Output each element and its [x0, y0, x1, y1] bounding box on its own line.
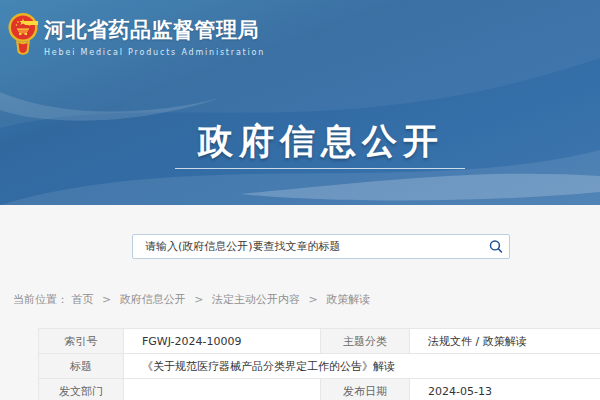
- issuing-department-label: 发文部门: [39, 379, 124, 400]
- document-meta-table: 索引号 FGWJ-2024-10009 主题分类 法规文件 / 政策解读 标题 …: [38, 328, 600, 400]
- search-button[interactable]: [483, 235, 509, 258]
- agency-name: 河北省药品监督管理局: [44, 16, 265, 44]
- table-row-title: 标题 《关于规范医疗器械产品分类界定工作的公告》解读: [39, 354, 600, 379]
- title-label: 标题: [39, 354, 124, 379]
- issuing-department-value: [124, 379, 321, 400]
- breadcrumb: 当前位置： 首页 > 政府信息公开 > 法定主动公开内容 > 政策解读: [13, 292, 370, 307]
- search-input[interactable]: [133, 235, 483, 258]
- table-row-index: 索引号 FGWJ-2024-10009 主题分类 法规文件 / 政策解读: [39, 329, 600, 354]
- index-number-value: FGWJ-2024-10009: [124, 329, 321, 354]
- banner-title: 政府信息公开: [21, 118, 600, 165]
- breadcrumb-item-policy-interpretation[interactable]: 政策解读: [326, 293, 370, 306]
- breadcrumb-item-home[interactable]: 首页: [72, 293, 94, 306]
- breadcrumb-item-statutory-disclosure[interactable]: 法定主动公开内容: [212, 293, 300, 306]
- publish-date-label: 发布日期: [321, 379, 410, 400]
- agency-branding: 河北省药品监督管理局 Hebei Medical Products Admini…: [44, 16, 265, 57]
- search-icon: [489, 238, 503, 255]
- breadcrumb-item-gov-info[interactable]: 政府信息公开: [120, 293, 186, 306]
- site-header: 河北省药品监督管理局 Hebei Medical Products Admini…: [0, 0, 600, 205]
- china-national-emblem-icon: [8, 12, 38, 58]
- table-row-department: 发文部门 发布日期 2024-05-13: [39, 379, 600, 400]
- breadcrumb-separator: >: [308, 293, 317, 306]
- breadcrumb-separator: >: [194, 293, 203, 306]
- breadcrumb-separator: >: [102, 293, 111, 306]
- content-area: 当前位置： 首页 > 政府信息公开 > 法定主动公开内容 > 政策解读 索引号 …: [0, 205, 600, 400]
- breadcrumb-prefix: 当前位置：: [13, 293, 68, 306]
- banner-underline: [175, 168, 465, 169]
- title-value: 《关于规范医疗器械产品分类界定工作的公告》解读: [124, 354, 600, 379]
- index-number-label: 索引号: [39, 329, 124, 354]
- agency-name-english: Hebei Medical Products Administration: [44, 48, 265, 57]
- subject-category-label: 主题分类: [321, 329, 410, 354]
- publish-date-value: 2024-05-13: [410, 379, 600, 400]
- search-bar: [132, 234, 510, 259]
- subject-category-value: 法规文件 / 政策解读: [410, 329, 600, 354]
- page: 河北省药品监督管理局 Hebei Medical Products Admini…: [0, 0, 600, 400]
